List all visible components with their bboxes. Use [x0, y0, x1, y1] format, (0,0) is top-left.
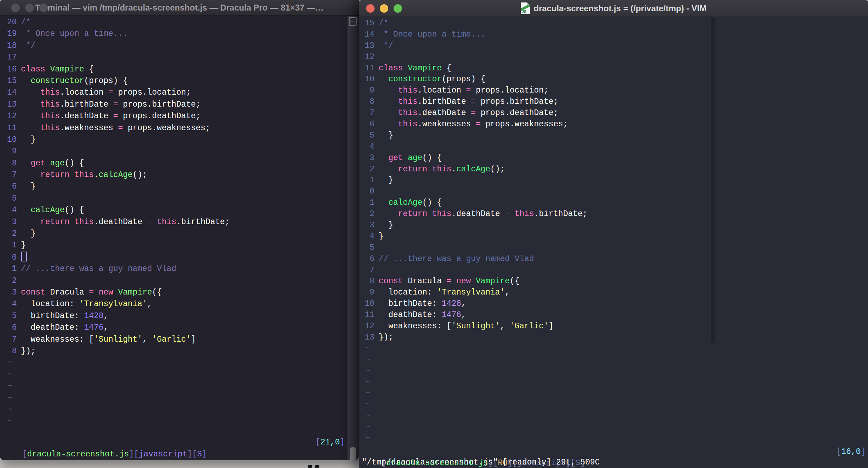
- code-segment: () {: [65, 159, 84, 168]
- code-segment: props.deathDate;: [476, 108, 559, 118]
- line-number: 5: [7, 193, 17, 204]
- code-segment: [379, 108, 398, 118]
- code-segment: });: [21, 347, 36, 356]
- code-line: 20/*: [7, 17, 347, 28]
- code-segment: ,: [142, 335, 152, 344]
- code-line: 6 deathDate: 1476,: [7, 322, 347, 334]
- code-segment: .: [94, 170, 99, 179]
- zoom-button[interactable]: [394, 4, 402, 13]
- code-line: 0: [7, 252, 347, 263]
- code-line: 10 constructor(props) {: [365, 74, 863, 85]
- code-segment: [379, 97, 398, 106]
- code-segment: // ...there was a guy named Vlad: [21, 264, 177, 273]
- code-segment: this: [40, 88, 60, 97]
- code-segment: age: [408, 153, 422, 163]
- code-line: 13 this.birthDate = props.birthDate;: [7, 99, 347, 110]
- code-line: 4 calcAge() {: [7, 204, 347, 216]
- line-number: 8: [7, 346, 17, 357]
- code-segment: class: [379, 64, 403, 73]
- line-number: 14: [7, 87, 17, 99]
- line-number: 10: [7, 134, 17, 146]
- code-line: 8});: [7, 346, 347, 357]
- terminal-titlebar[interactable]: Terminal — vim /tmp/dracula-screenshot.j…: [0, 0, 359, 16]
- code-segment: [21, 88, 40, 97]
- line-number: 8: [7, 158, 17, 169]
- line-number: 20: [7, 17, 17, 28]
- line-number: 17: [7, 52, 17, 63]
- code-segment: Vampire: [408, 64, 442, 73]
- macvim-titlebar[interactable]: JS dracula-screenshot.js = (/private/tmp…: [359, 0, 868, 17]
- code-segment: */: [379, 41, 393, 50]
- code-line: 6 this.weaknesses = props.weaknesses;: [365, 119, 863, 130]
- code-line: 1// ...there was a guy named Vlad: [7, 263, 347, 275]
- code-line: 4}: [365, 231, 863, 242]
- code-segment: birthDate:: [379, 299, 442, 308]
- code-segment: ]: [549, 322, 554, 331]
- macvim-window-title: dracula-screenshot.js = (/private/tmp) -…: [534, 4, 706, 13]
- minimize-button[interactable]: [380, 4, 388, 13]
- code-segment: .weaknesses: [60, 124, 118, 133]
- code-segment: [379, 86, 398, 95]
- code-segment: this: [40, 112, 60, 121]
- code-segment: [379, 120, 398, 129]
- macvim-window: JS dracula-screenshot.js = (/private/tmp…: [359, 0, 868, 468]
- close-button[interactable]: [366, 4, 375, 13]
- scrollbar-thumb[interactable]: [350, 447, 356, 462]
- code-segment: [427, 165, 432, 174]
- code-segment: this: [157, 217, 176, 227]
- macvim-scrollbar[interactable]: [711, 17, 715, 343]
- code-line: 12 this.deathDate = props.deathDate;: [7, 110, 347, 122]
- code-segment: [45, 65, 50, 74]
- line-number: 9: [365, 287, 375, 298]
- minimize-button[interactable]: [25, 4, 34, 12]
- code-line: 11 deathDate: 1476,: [365, 310, 863, 321]
- js-document-icon[interactable]: JS: [521, 2, 530, 14]
- code-segment: (props) {: [84, 76, 128, 86]
- code-segment: -: [147, 217, 152, 227]
- code-segment: this: [74, 217, 94, 227]
- code-segment: props.weaknesses;: [480, 120, 568, 129]
- code-segment: weaknesses: [: [379, 322, 452, 331]
- code-segment: =: [108, 88, 113, 97]
- split-pane-button[interactable]: [349, 17, 357, 26]
- line-number: 0: [365, 186, 375, 197]
- code-line: 7 weaknesses: ['Sunlight', 'Garlic']: [7, 334, 347, 346]
- status-segment: javascript: [139, 450, 187, 459]
- code-segment: ,: [461, 310, 466, 320]
- terminal-vim-statusline: [dracula-screenshot.js][javascript][S] […: [3, 436, 345, 448]
- code-line: 11class Vampire {: [365, 63, 863, 74]
- code-segment: return: [40, 217, 70, 227]
- code-segment: Dracula: [403, 277, 447, 286]
- code-segment: [21, 100, 40, 109]
- code-line: 13});: [365, 332, 863, 343]
- code-line: 10 birthDate: 1428,: [365, 298, 863, 310]
- line-number: 6: [365, 254, 375, 265]
- line-number: 1: [365, 197, 375, 209]
- code-segment: this: [74, 170, 94, 179]
- code-segment: class: [21, 65, 45, 74]
- terminal-vim-buffer[interactable]: 20/*19 * Once upon a time...18 */1716cla…: [0, 16, 347, 436]
- statusline-file-info: [dracula-screenshot.js][javascript][S]: [22, 450, 207, 459]
- close-button[interactable]: [11, 4, 20, 12]
- code-segment: .birthDate;: [534, 209, 587, 219]
- status-segment: ][: [129, 450, 139, 459]
- zoom-button[interactable]: [39, 4, 48, 12]
- code-segment: [379, 198, 389, 207]
- macvim-buffer[interactable]: 15/*14 * Once upon a time...13 */1211cla…: [359, 17, 863, 447]
- code-segment: age: [50, 159, 64, 168]
- code-segment: [403, 153, 408, 163]
- line-number: 7: [7, 334, 17, 346]
- code-segment: [45, 159, 50, 168]
- status-segment: ]: [202, 450, 207, 459]
- code-segment: /*: [21, 18, 31, 27]
- code-segment: return: [398, 209, 427, 219]
- code-segment: ({: [152, 288, 162, 297]
- code-segment: this: [432, 209, 451, 219]
- code-segment: 'Garlic': [152, 335, 191, 344]
- line-number: 2: [365, 209, 375, 220]
- code-segment: const: [379, 277, 403, 286]
- code-segment: [379, 165, 398, 174]
- code-segment: }: [21, 182, 36, 191]
- terminal-scrollbar[interactable]: [347, 16, 359, 460]
- tilde-line: ~: [7, 369, 347, 381]
